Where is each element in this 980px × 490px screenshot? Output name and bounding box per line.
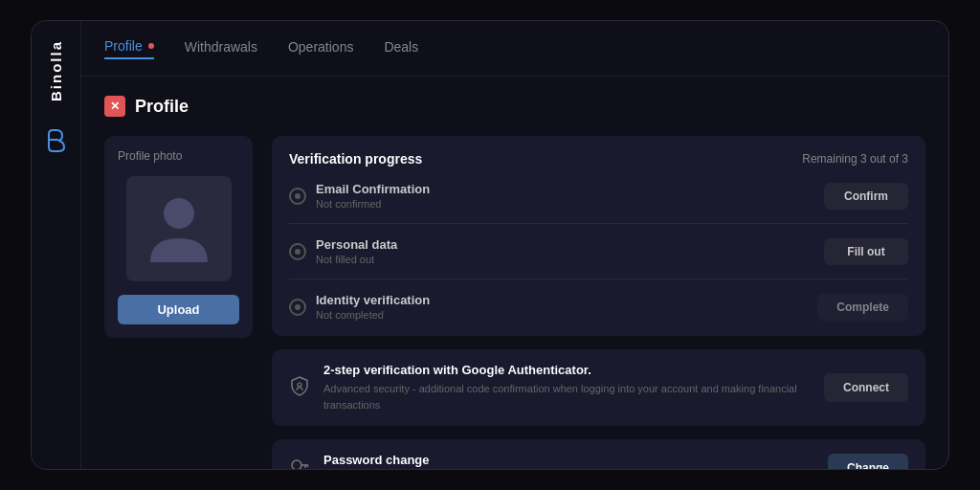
step-circle-email <box>289 188 306 205</box>
fill-out-button[interactable]: Fill out <box>824 238 908 265</box>
svg-point-2 <box>292 460 301 469</box>
verification-item-identity-left: Identity verification Not completed <box>289 293 430 321</box>
upload-button[interactable]: Upload <box>118 295 239 324</box>
sidebar: Binolla <box>32 21 81 469</box>
two-step-description: Advanced security - additional code conf… <box>323 381 811 412</box>
top-navigation: Profile Withdrawals Operations Deals <box>81 21 948 77</box>
verification-item-email: Email Confirmation Not confirmed Confirm <box>289 182 908 210</box>
avatar <box>126 176 232 281</box>
step-name-email: Email Confirmation <box>316 182 430 196</box>
step-status-personal: Not filled out <box>316 254 397 265</box>
nav-item-withdrawals[interactable]: Withdrawals <box>185 39 257 58</box>
section-header: ✕ Profile <box>104 96 925 117</box>
step-status-email: Not confirmed <box>316 198 430 210</box>
step-info-identity: Identity verification Not completed <box>316 293 430 321</box>
verification-items: Email Confirmation Not confirmed Confirm <box>289 182 908 321</box>
complete-button[interactable]: Complete <box>817 294 908 321</box>
change-password-button[interactable]: Change <box>828 454 908 470</box>
nav-label-deals: Deals <box>384 39 418 55</box>
section-error-icon: ✕ <box>104 96 125 117</box>
nav-label-withdrawals: Withdrawals <box>185 39 257 55</box>
two-step-info: 2-step verification with Google Authenti… <box>323 363 811 412</box>
verification-item-personal: Personal data Not filled out Fill out <box>289 237 908 265</box>
content-grid: Profile photo Upload <box>104 136 925 469</box>
verification-header: Verification progress Remaining 3 out of… <box>289 151 908 167</box>
connect-button[interactable]: Connect <box>824 373 908 402</box>
step-info-personal: Personal data Not filled out <box>316 237 397 265</box>
step-info-email: Email Confirmation Not confirmed <box>316 182 430 210</box>
profile-photo-column: Profile photo Upload <box>104 136 253 469</box>
key-icon <box>289 455 310 469</box>
verification-title: Verification progress <box>289 151 422 167</box>
right-column: Verification progress Remaining 3 out of… <box>272 136 925 469</box>
nav-item-deals[interactable]: Deals <box>384 39 418 58</box>
divider-1 <box>289 223 908 224</box>
two-step-card: 2-step verification with Google Authenti… <box>272 349 925 426</box>
nav-label-operations: Operations <box>288 39 353 55</box>
verification-item-personal-left: Personal data Not filled out <box>289 237 397 265</box>
section-title: Profile <box>135 97 189 117</box>
confirm-button[interactable]: Confirm <box>824 183 908 210</box>
sidebar-logo-icon <box>41 124 72 155</box>
two-step-title: 2-step verification with Google Authenti… <box>323 363 811 377</box>
nav-notification-dot <box>148 43 154 49</box>
main-content: Profile Withdrawals Operations Deals ✕ P… <box>81 21 948 469</box>
step-dot-personal <box>295 249 301 255</box>
photo-card: Profile photo Upload <box>104 136 253 338</box>
step-dot-identity <box>295 304 301 310</box>
nav-label-profile: Profile <box>104 38 143 54</box>
nav-item-operations[interactable]: Operations <box>288 39 353 58</box>
divider-2 <box>289 278 908 279</box>
verification-item-email-left: Email Confirmation Not confirmed <box>289 182 430 210</box>
shield-icon <box>289 375 310 401</box>
step-circle-personal <box>289 243 306 260</box>
nav-item-profile[interactable]: Profile <box>104 38 154 59</box>
password-title: Password change <box>323 453 814 467</box>
app-title: Binolla <box>48 40 64 101</box>
photo-label: Profile photo <box>118 149 182 163</box>
step-dot-email <box>295 193 301 199</box>
svg-point-1 <box>298 383 301 387</box>
page-content: ✕ Profile Profile photo <box>81 77 948 469</box>
verification-remaining: Remaining 3 out of 3 <box>802 152 908 166</box>
step-name-personal: Personal data <box>316 237 397 252</box>
verification-card: Verification progress Remaining 3 out of… <box>272 136 925 336</box>
step-name-identity: Identity verification <box>316 293 430 307</box>
step-status-identity: Not completed <box>316 309 430 321</box>
verification-item-identity: Identity verification Not completed Comp… <box>289 293 908 321</box>
password-card: Password change We recommend changing yo… <box>272 439 925 469</box>
password-info: Password change We recommend changing yo… <box>323 453 814 469</box>
svg-point-0 <box>164 198 194 229</box>
step-circle-identity <box>289 299 306 316</box>
